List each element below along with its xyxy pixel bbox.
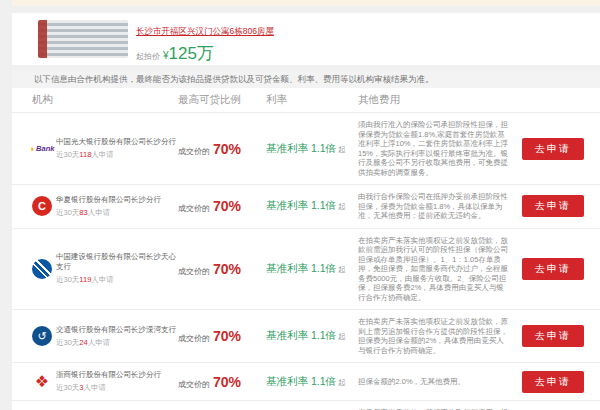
institution-cell: 交通银行股份有限公司长沙溁湾支行 近30天24人申请 bbox=[32, 325, 178, 348]
ratio-label: 成交价的 bbox=[178, 379, 210, 390]
bank-name: 交通银行股份有限公司长沙溁湾支行 bbox=[56, 325, 178, 335]
table-header: 机构 最高可贷比例 利率 其他费用 bbox=[12, 88, 600, 112]
bank-name: 中国建设银行股份有限公司长沙天心支行 bbox=[56, 252, 178, 272]
apply-button[interactable]: 去申请 bbox=[522, 138, 584, 160]
applicants-stat: 近30天3人申请 bbox=[56, 383, 178, 393]
applicants-suffix: 人申请 bbox=[91, 275, 114, 284]
rate-value: 基准利率 1.1倍 bbox=[266, 329, 336, 343]
apply-cell: 去申请 bbox=[508, 325, 600, 347]
rate-value: 基准利率 1.1倍 bbox=[266, 199, 336, 213]
interest-rate-cell: 基准利率 1.1倍 起 bbox=[266, 329, 358, 343]
interest-rate-cell: 基准利率 1.1倍 起 bbox=[266, 262, 358, 276]
listing-card: 长沙市开福区兴汉门公寓6栋806房屋 起拍价 ¥ 125万 bbox=[12, 13, 600, 65]
institution-cell: 中国建设银行股份有限公司长沙天心支行 近30天119人申请 bbox=[32, 252, 178, 285]
rate-value: 基准利率 1.1倍 bbox=[266, 375, 336, 389]
other-fees-cell: 担保金额的2.0%，无其他费用。 bbox=[358, 377, 508, 387]
table-row: 华夏银行股份有限公司长沙分行 近30天83人申请 成交价的 70% 基准利率 1… bbox=[12, 184, 600, 228]
institution-cell: 华夏银行股份有限公司长沙分行 近30天83人申请 bbox=[32, 195, 178, 218]
other-fees-cell: 在拍卖房产未落实他项权证之前发放贷款，放款前需追加我行认可的阶段性担保（保险公司… bbox=[358, 236, 508, 303]
price-label: 起拍价 bbox=[136, 51, 160, 62]
bocom-bank-logo-icon bbox=[32, 326, 52, 346]
ratio-value: 70% bbox=[213, 198, 241, 214]
price-line: 起拍价 ¥ 125万 bbox=[136, 42, 274, 65]
applicants-prefix: 近30天 bbox=[56, 208, 79, 217]
apply-button[interactable]: 去申请 bbox=[522, 371, 584, 393]
listing-title-link[interactable]: 长沙市开福区兴汉门公寓6栋806房屋 bbox=[136, 26, 274, 38]
rate-suffix: 起 bbox=[338, 202, 346, 212]
other-fees-cell: 须由我行准入的保险公司承担阶段性担保，担保保费为贷款金额1.8%,家庭首套住房贷… bbox=[358, 120, 508, 177]
table-row: 中国光大银行股份有限公司长沙分行 近30天118人申请 成交价的 70% 基准利… bbox=[12, 112, 600, 184]
bank-name: 中国光大银行股份有限公司长沙分行 bbox=[56, 137, 178, 147]
applicants-count: 83 bbox=[79, 208, 87, 217]
table-row: 中国建设银行股份有限公司长沙天心支行 近30天119人申请 成交价的 70% 基… bbox=[12, 228, 600, 310]
applicants-stat: 近30天24人申请 bbox=[56, 338, 178, 348]
max-loan-ratio-cell: 成交价的 70% bbox=[178, 141, 266, 157]
other-fees-cell: 在拍卖房产未落实他项权证之前发放贷款，原则上需另追加银行合作方提供的阶段性担保，… bbox=[358, 317, 508, 355]
applicants-suffix: 人申请 bbox=[91, 150, 114, 159]
interest-rate-cell: 基准利率 1.1倍 起 bbox=[266, 199, 358, 213]
rate-suffix: 起 bbox=[338, 378, 346, 388]
ratio-value: 70% bbox=[213, 261, 241, 277]
interest-rate-cell: 基准利率 1.1倍 起 bbox=[266, 142, 358, 156]
header-institution: 机构 bbox=[32, 93, 178, 107]
applicants-count: 119 bbox=[79, 275, 91, 284]
other-fees-cell: 由我行合作保险公司在抵押办妥前承担阶段性担保，保费为贷款金额1.8%，具体以保单… bbox=[358, 192, 508, 221]
apply-cell: 去申请 bbox=[508, 138, 600, 160]
ratio-value: 70% bbox=[213, 328, 241, 344]
ccb-bank-logo-icon bbox=[32, 259, 52, 279]
ratio-label: 成交价的 bbox=[178, 333, 210, 344]
applicants-suffix: 人申请 bbox=[88, 338, 111, 347]
top-banner-strip bbox=[12, 0, 600, 6]
applicants-count: 24 bbox=[79, 338, 87, 347]
rate-value: 基准利率 1.1倍 bbox=[266, 262, 336, 276]
ratio-label: 成交价的 bbox=[178, 266, 210, 277]
applicants-suffix: 人申请 bbox=[84, 383, 107, 392]
loan-offers-card: 以下信息由合作机构提供，最终能否为该拍品提供贷款以及可贷金额、利率、费用等以机构… bbox=[12, 70, 600, 410]
bank-table-body: 中国光大银行股份有限公司长沙分行 近30天118人申请 成交价的 70% 基准利… bbox=[12, 112, 600, 410]
czbank-logo-icon bbox=[32, 372, 52, 392]
header-max-loan-ratio: 最高可贷比例 bbox=[178, 93, 266, 107]
header-other-fees: 其他费用 bbox=[358, 93, 508, 107]
ratio-label: 成交价的 bbox=[178, 203, 210, 214]
apply-button[interactable]: 去申请 bbox=[522, 258, 584, 280]
applicants-prefix: 近30天 bbox=[56, 338, 79, 347]
apply-cell: 去申请 bbox=[508, 195, 600, 217]
apply-button[interactable]: 去申请 bbox=[522, 325, 584, 347]
institution-cell: 中国光大银行股份有限公司长沙分行 近30天118人申请 bbox=[32, 137, 178, 160]
applicants-stat: 近30天83人申请 bbox=[56, 208, 178, 218]
apply-cell: 去申请 bbox=[508, 371, 600, 393]
table-row: 长沙农村商业银行天心支行 近30天23人申请 成交价的 70% 基准利率 1.1… bbox=[12, 400, 600, 410]
rate-value: 基准利率 1.1倍 bbox=[266, 142, 336, 156]
bank-name: 浙商银行股份有限公司长沙分行 bbox=[56, 370, 178, 380]
huaxia-bank-logo-icon bbox=[32, 196, 52, 216]
ratio-label: 成交价的 bbox=[178, 146, 210, 157]
max-loan-ratio-cell: 成交价的 70% bbox=[178, 328, 266, 344]
max-loan-ratio-cell: 成交价的 70% bbox=[178, 198, 266, 214]
institution-cell: 浙商银行股份有限公司长沙分行 近30天3人申请 bbox=[32, 370, 178, 393]
interest-rate-cell: 基准利率 1.1倍 起 bbox=[266, 375, 358, 389]
listing-info: 长沙市开福区兴汉门公寓6栋806房屋 起拍价 ¥ 125万 bbox=[136, 18, 274, 65]
header-interest-rate: 利率 bbox=[266, 93, 358, 107]
applicants-prefix: 近30天 bbox=[56, 383, 79, 392]
applicants-prefix: 近30天 bbox=[56, 275, 79, 284]
applicants-stat: 近30天118人申请 bbox=[56, 150, 178, 160]
property-thumbnail[interactable] bbox=[38, 20, 128, 58]
apply-button[interactable]: 去申请 bbox=[522, 195, 584, 217]
table-row: 交通银行股份有限公司长沙溁湾支行 近30天24人申请 成交价的 70% 基准利率… bbox=[12, 309, 600, 362]
apply-cell: 去申请 bbox=[508, 258, 600, 280]
ratio-value: 70% bbox=[213, 374, 241, 390]
rate-suffix: 起 bbox=[338, 332, 346, 342]
applicants-count: 118 bbox=[79, 150, 91, 159]
table-row: 浙商银行股份有限公司长沙分行 近30天3人申请 成交价的 70% 基准利率 1.… bbox=[12, 362, 600, 400]
notice-bar: 以下信息由合作机构提供，最终能否为该拍品提供贷款以及可贷金额、利率、费用等以机构… bbox=[12, 70, 600, 88]
applicants-suffix: 人申请 bbox=[88, 208, 111, 217]
everbright-bank-logo-icon bbox=[32, 139, 52, 159]
max-loan-ratio-cell: 成交价的 70% bbox=[178, 374, 266, 390]
rate-suffix: 起 bbox=[338, 145, 346, 155]
applicants-stat: 近30天119人申请 bbox=[56, 275, 178, 285]
max-loan-ratio-cell: 成交价的 70% bbox=[178, 261, 266, 277]
price-value: 125万 bbox=[169, 42, 214, 65]
ratio-value: 70% bbox=[213, 141, 241, 157]
bank-name: 华夏银行股份有限公司长沙分行 bbox=[56, 195, 178, 205]
rate-suffix: 起 bbox=[338, 265, 346, 275]
